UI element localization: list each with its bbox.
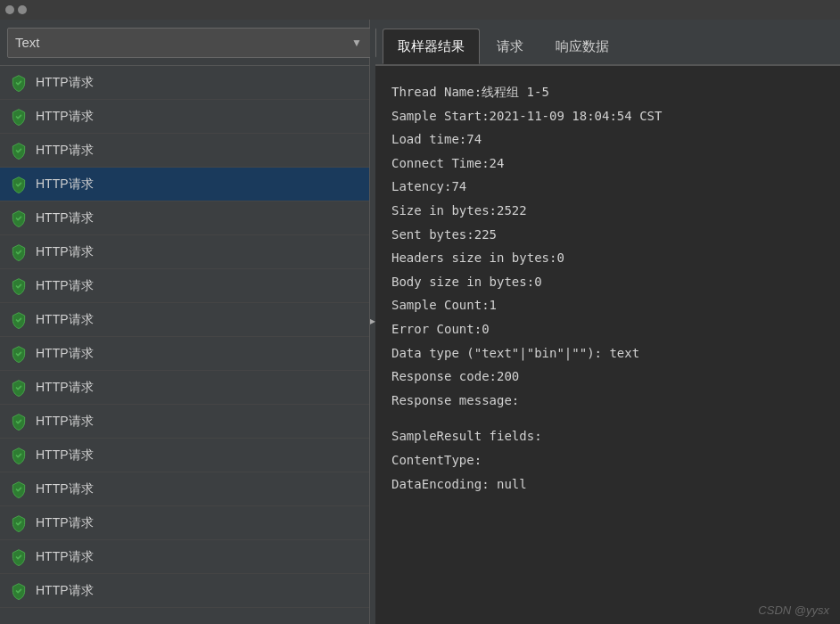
content-line: Response code:200	[391, 365, 824, 389]
shield-check-icon	[9, 242, 29, 262]
tab-响应数据[interactable]: 响应数据	[540, 29, 624, 64]
titlebar-dot-1	[5, 5, 14, 14]
list-item-label: HTTP请求	[36, 244, 94, 260]
shield-check-icon	[9, 446, 29, 465]
list-item-label: HTTP请求	[36, 143, 94, 159]
content-line: Error Count:0	[391, 317, 824, 341]
list-item[interactable]: HTTP请求	[0, 472, 369, 506]
content-line: SampleResult fields:	[391, 424, 824, 448]
shield-check-icon	[9, 73, 29, 93]
content-line: Size in bytes:2522	[391, 199, 824, 223]
text-dropdown[interactable]: Text Tree XML JSON HTML Boundary	[7, 28, 376, 58]
list-item-label: HTTP请求	[36, 75, 94, 91]
content-line: ContentType:	[391, 448, 824, 472]
dropdown-bar: Text Tree XML JSON HTML Boundary ▼	[0, 20, 369, 66]
list-item[interactable]: HTTP请求	[0, 405, 369, 439]
list-item-label: HTTP请求	[36, 583, 94, 599]
list-item[interactable]: HTTP请求	[0, 201, 369, 235]
left-panel: Text Tree XML JSON HTML Boundary ▼ HTTP请…	[0, 20, 370, 624]
list-item[interactable]: HTTP请求	[0, 337, 369, 371]
list-item-label: HTTP请求	[36, 109, 94, 125]
list-item[interactable]: HTTP请求	[0, 134, 369, 168]
shield-check-icon	[9, 412, 29, 431]
list-item[interactable]: HTTP请求	[0, 506, 369, 540]
shield-check-icon	[9, 276, 29, 296]
content-line: Load time:74	[391, 127, 824, 152]
content-line: Latency:74	[391, 175, 824, 199]
tabs-bar: 取样器结果请求响应数据	[375, 20, 840, 66]
content-area: Thread Name:线程组 1-5Sample Start:2021-11-…	[375, 66, 840, 624]
list-item[interactable]: HTTP请求	[0, 100, 369, 134]
content-line: Sent bytes:225	[391, 223, 824, 247]
list-item[interactable]: HTTP请求	[0, 574, 369, 608]
watermark: CSDN @yysx	[758, 603, 829, 617]
shield-check-icon	[9, 378, 29, 398]
shield-check-icon	[9, 175, 29, 194]
list-item[interactable]: HTTP请求	[0, 235, 369, 269]
tab-取样器结果[interactable]: 取样器结果	[383, 29, 480, 64]
shield-check-icon	[9, 141, 29, 160]
list-item[interactable]: HTTP请求	[0, 371, 369, 405]
list-item-label: HTTP请求	[36, 515, 94, 531]
list-item-label: HTTP请求	[36, 210, 94, 226]
content-line: Connect Time:24	[391, 152, 824, 176]
list-item-label: HTTP请求	[36, 346, 94, 362]
tab-请求[interactable]: 请求	[482, 29, 539, 64]
titlebar	[0, 0, 840, 20]
content-line: DataEncoding: null	[391, 472, 824, 497]
list-item-label: HTTP请求	[36, 278, 94, 294]
right-panel: 取样器结果请求响应数据 Thread Name:线程组 1-5Sample St…	[375, 20, 840, 624]
list-item-label: HTTP请求	[36, 447, 94, 464]
list-item-label: HTTP请求	[36, 380, 94, 396]
content-line: Body size in bytes:0	[391, 270, 824, 294]
list-item-label: HTTP请求	[36, 414, 94, 430]
list-item[interactable]: HTTP请求	[0, 168, 369, 201]
content-line: Sample Start:2021-11-09 18:04:54 CST	[391, 104, 824, 128]
content-line: Sample Count:1	[391, 293, 824, 317]
list-item[interactable]: HTTP请求	[0, 303, 369, 337]
list-item-label: HTTP请求	[36, 481, 94, 497]
shield-check-icon	[9, 107, 29, 127]
shield-check-icon	[9, 513, 29, 533]
list-item[interactable]: HTTP请求	[0, 439, 369, 472]
panel-split-handle[interactable]	[370, 20, 375, 624]
content-line: Data type ("text"|"bin"|""): text	[391, 341, 824, 365]
list-item-label: HTTP请求	[36, 177, 94, 193]
shield-check-icon	[9, 209, 29, 228]
shield-check-icon	[9, 581, 29, 601]
list-scroll[interactable]: HTTP请求 HTTP请求 HTTP请求 HTTP请求 HTTP请求 HTTP请…	[0, 66, 369, 624]
list-item[interactable]: HTTP请求	[0, 540, 369, 574]
shield-check-icon	[9, 547, 29, 567]
shield-check-icon	[9, 344, 29, 364]
titlebar-dot-2	[18, 5, 27, 14]
list-item[interactable]: HTTP请求	[0, 66, 369, 100]
shield-check-icon	[9, 310, 29, 330]
shield-check-icon	[9, 480, 29, 499]
content-line: Headers size in bytes:0	[391, 246, 824, 270]
list-item[interactable]: HTTP请求	[0, 269, 369, 303]
list-item-label: HTTP请求	[36, 312, 94, 328]
content-line: Response message:	[391, 389, 824, 413]
list-area: HTTP请求 HTTP请求 HTTP请求 HTTP请求 HTTP请求 HTTP请…	[0, 66, 369, 624]
list-item-label: HTTP请求	[36, 549, 94, 565]
content-line: Thread Name:线程组 1-5	[391, 80, 824, 104]
